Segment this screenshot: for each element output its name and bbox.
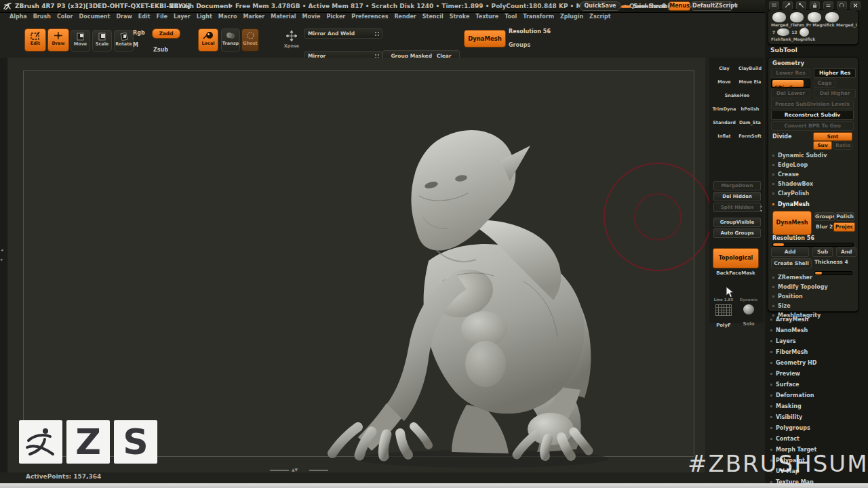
- divide-button[interactable]: Divide: [772, 134, 792, 140]
- ratio2-button[interactable]: Ratio: [833, 141, 852, 150]
- brush-item[interactable]: Standard: [712, 114, 736, 127]
- menu-item[interactable]: File: [157, 14, 167, 22]
- tool-thumbnail-icon[interactable]: [808, 12, 821, 22]
- dynamesh-sub-toggle[interactable]: Sub: [812, 247, 833, 257]
- create-shell-button[interactable]: Create Shell: [771, 258, 812, 268]
- palette-section[interactable]: Layers: [770, 336, 816, 347]
- palette-section[interactable]: FiberMesh: [770, 347, 816, 358]
- m-toggle[interactable]: M: [133, 42, 138, 48]
- subsection-header[interactable]: ZRemesher: [772, 273, 828, 283]
- dynamesh-section-header[interactable]: DynaMesh: [772, 200, 810, 209]
- palette-section[interactable]: Geometry HD: [770, 358, 816, 369]
- xpose-button[interactable]: Xpose: [281, 27, 302, 53]
- draw-button[interactable]: Draw: [47, 28, 69, 52]
- groups-button[interactable]: Groups: [509, 42, 530, 48]
- menu-item[interactable]: Movie: [302, 14, 321, 22]
- menu-item[interactable]: Picker: [326, 14, 345, 22]
- menu-item[interactable]: Texture: [475, 14, 498, 22]
- subsection-header[interactable]: Crease: [772, 170, 827, 180]
- left-tray-open-icon[interactable]: ▸: [1, 257, 3, 262]
- move-button[interactable]: Move: [71, 30, 90, 52]
- tray-resize-handle-icon[interactable]: ▴▾: [759, 203, 764, 213]
- dynamesh-and-toggle[interactable]: And: [836, 247, 856, 257]
- dynamesh-polish-toggle[interactable]: Polish: [835, 212, 854, 221]
- menu-item[interactable]: Brush: [33, 14, 51, 22]
- menu-item[interactable]: Edit: [138, 14, 151, 22]
- brush-preset-icon[interactable]: [783, 1, 793, 9]
- suv-toggle[interactable]: Suv: [813, 141, 832, 150]
- local-button[interactable]: Local: [198, 28, 218, 52]
- dynamesh-resolution-slider-label[interactable]: Resolution 56: [772, 235, 814, 241]
- menu-item[interactable]: Zplugin: [560, 14, 583, 22]
- subtool-section-header[interactable]: SubTool: [770, 47, 797, 54]
- subsection-header[interactable]: Position: [772, 292, 828, 302]
- menu-item[interactable]: Preferences: [351, 14, 388, 22]
- geometry-header[interactable]: Geometry: [772, 60, 804, 66]
- reconstruct-subdiv-button[interactable]: Reconstruct Subdiv: [771, 110, 854, 120]
- menu-item[interactable]: Color: [57, 14, 73, 22]
- resolution-slider-label[interactable]: Resolution 56: [509, 28, 551, 35]
- brush-item[interactable]: TrimDyna: [712, 100, 736, 113]
- brush-preset-2-icon[interactable]: [796, 1, 806, 9]
- brush-item[interactable]: Move Ela: [738, 73, 762, 86]
- tool-thumbnail-icon[interactable]: [800, 28, 809, 37]
- edit-button[interactable]: Edit: [24, 28, 46, 52]
- subsection-header[interactable]: Modify Topology: [772, 283, 828, 292]
- tool-thumbnail-icon[interactable]: [772, 12, 786, 22]
- palette-section[interactable]: Polygroups: [770, 423, 816, 434]
- brush-item[interactable]: Move: [712, 73, 736, 86]
- dynamesh-groups-toggle[interactable]: Groups: [814, 212, 835, 221]
- rotate-button[interactable]: Rotate: [114, 30, 134, 52]
- menu-item[interactable]: Zscript: [589, 14, 611, 22]
- menu-item[interactable]: Alpha: [9, 14, 27, 22]
- brush-item[interactable]: ClayBuild: [738, 60, 762, 73]
- canvas-resize-line[interactable]: [270, 470, 289, 471]
- freeze-subdivision-button[interactable]: Freeze SubDivision Levels: [771, 100, 854, 109]
- thickness-slider[interactable]: Thickness 4: [814, 259, 848, 265]
- tool-thumbnail-icon[interactable]: [777, 28, 789, 36]
- document-canvas[interactable]: ▲▼: [8, 58, 705, 472]
- palette-section[interactable]: NanoMesh: [770, 325, 816, 336]
- dynamesh-add-toggle[interactable]: Add: [771, 247, 809, 257]
- stroke-dropdown[interactable]: Mirror And Weld: [304, 28, 382, 39]
- dynamesh-blur-slider[interactable]: Blur 2: [816, 224, 833, 230]
- higher-res-button[interactable]: Higher Res: [814, 68, 856, 78]
- canvas-resize-handle-icon[interactable]: ▲▼: [292, 467, 298, 472]
- subsection-header[interactable]: ClayPolish: [772, 189, 827, 199]
- tray-button[interactable]: GroupVisible: [713, 218, 761, 227]
- subsection-header[interactable]: EdgeLoop: [772, 161, 827, 170]
- scale-button[interactable]: Scale: [92, 30, 112, 52]
- menu-item[interactable]: Document: [79, 14, 111, 22]
- video-progress-bar[interactable]: [0, 483, 868, 488]
- zadd-button[interactable]: Zadd: [152, 28, 180, 39]
- brush-item[interactable]: Clay: [712, 60, 736, 73]
- shrink-icon[interactable]: [823, 1, 833, 9]
- dynamesh-shelf-button[interactable]: DynaMesh: [464, 30, 506, 47]
- canvas-resize-line[interactable]: [309, 470, 328, 471]
- lock-icon[interactable]: [810, 1, 820, 9]
- menu-item[interactable]: Render: [394, 14, 416, 22]
- brush-item[interactable]: Dam_Sta: [738, 114, 762, 127]
- tray-button[interactable]: MergeDown: [713, 181, 761, 190]
- tool-thumbnail-icon[interactable]: [790, 12, 804, 22]
- del-higher-button[interactable]: Del Higher: [814, 89, 856, 98]
- brush-item[interactable]: FormSoft: [738, 127, 762, 140]
- smt-toggle[interactable]: Smt: [813, 132, 852, 141]
- menu-item[interactable]: Transform: [523, 14, 554, 22]
- palette-section[interactable]: Masking: [770, 401, 816, 412]
- cage-button[interactable]: Cage: [814, 79, 835, 88]
- ghost-button[interactable]: Ghost: [241, 28, 259, 52]
- menu-item[interactable]: Material: [271, 14, 296, 22]
- sculpt-model[interactable]: [8, 58, 705, 472]
- dynamesh-button[interactable]: DynaMesh: [772, 211, 812, 235]
- tray-button[interactable]: Split Hidden: [713, 203, 761, 212]
- menu-item[interactable]: Stencil: [422, 14, 443, 22]
- palette-section[interactable]: Surface: [770, 380, 816, 390]
- sdiv-slider[interactable]: SDiv 6: [771, 79, 810, 88]
- tray-button[interactable]: Auto Groups: [713, 228, 761, 238]
- brush-item[interactable]: SnakeHoo: [712, 87, 762, 100]
- palette-section[interactable]: Contact: [770, 434, 816, 445]
- menu-item[interactable]: Marker: [243, 14, 264, 22]
- zsub-button[interactable]: Zsub: [153, 41, 168, 54]
- palette-section[interactable]: Visibility: [770, 412, 816, 423]
